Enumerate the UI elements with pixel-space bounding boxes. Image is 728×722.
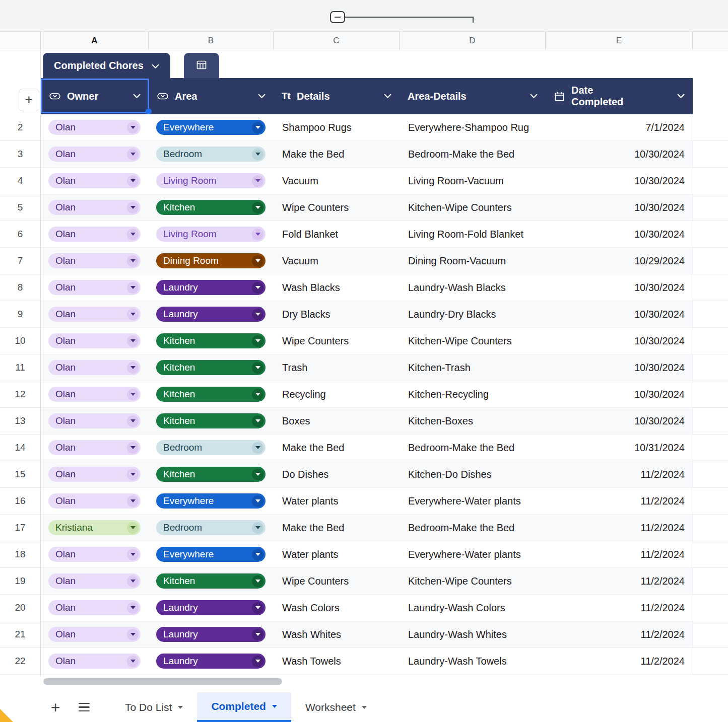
row-number[interactable]: 2 — [0, 114, 40, 141]
empty-cell[interactable] — [693, 274, 728, 301]
details-cell[interactable]: Wipe Counters — [274, 194, 400, 221]
owner-chip[interactable]: Olan — [48, 253, 141, 268]
empty-cell[interactable] — [693, 168, 728, 194]
row-number[interactable]: 13 — [0, 408, 40, 435]
sheet-tab-completed[interactable]: Completed — [197, 692, 291, 722]
details-cell[interactable]: Wipe Counters — [274, 328, 400, 354]
empty-cell[interactable] — [693, 568, 728, 595]
date-completed-cell[interactable]: 10/30/2024 — [546, 168, 693, 194]
chip-dropdown-icon[interactable] — [252, 175, 263, 187]
row-number[interactable]: 17 — [0, 515, 40, 541]
header-cell-area-details[interactable]: Area-Details — [400, 78, 546, 114]
date-completed-cell[interactable]: 10/30/2024 — [546, 408, 693, 434]
owner-chip[interactable]: Olan — [48, 654, 141, 669]
chip-dropdown-icon[interactable] — [252, 389, 263, 400]
empty-cell[interactable] — [693, 595, 728, 621]
column-letter-e[interactable]: E — [546, 32, 693, 50]
area-details-cell[interactable]: Kitchen-Wipe Counters — [400, 194, 546, 221]
owner-cell[interactable]: Olan — [41, 461, 149, 487]
area-chip[interactable]: Living Room — [156, 173, 266, 188]
area-cell[interactable]: Kitchen — [149, 408, 274, 434]
area-chip[interactable]: Kitchen — [156, 413, 266, 428]
details-cell[interactable]: Make the Bed — [274, 141, 400, 167]
chip-dropdown-icon[interactable] — [127, 389, 139, 400]
column-letter-b[interactable]: B — [149, 32, 274, 50]
area-details-cell[interactable]: Laundry-Wash Colors — [400, 595, 546, 621]
area-cell[interactable]: Bedroom — [149, 435, 274, 461]
empty-cell[interactable] — [693, 301, 728, 328]
owner-chip[interactable]: Olan — [48, 227, 141, 242]
area-chip[interactable]: Kitchen — [156, 467, 266, 482]
chip-dropdown-icon[interactable] — [127, 122, 139, 133]
chevron-down-icon[interactable] — [677, 94, 685, 99]
row-number[interactable]: 14 — [0, 435, 40, 461]
chip-dropdown-icon[interactable] — [127, 202, 139, 213]
area-details-cell[interactable]: Kitchen-Wipe Counters — [400, 568, 546, 594]
details-cell[interactable]: Dry Blacks — [274, 301, 400, 327]
area-cell[interactable]: Laundry — [149, 648, 274, 674]
area-chip[interactable]: Everywhere — [156, 493, 266, 509]
date-completed-cell[interactable]: 10/31/2024 — [546, 435, 693, 461]
row-number[interactable]: 18 — [0, 541, 40, 568]
chip-dropdown-icon[interactable] — [252, 549, 263, 560]
date-completed-cell[interactable]: 10/30/2024 — [546, 274, 693, 301]
details-cell[interactable]: Recycling — [274, 381, 400, 407]
date-completed-cell[interactable]: 10/30/2024 — [546, 194, 693, 221]
owner-chip[interactable]: Kristiana — [48, 520, 141, 535]
area-chip[interactable]: Kitchen — [156, 387, 266, 402]
chip-dropdown-icon[interactable] — [127, 602, 139, 614]
chip-dropdown-icon[interactable] — [252, 469, 263, 480]
chip-dropdown-icon[interactable] — [127, 522, 139, 534]
date-completed-cell[interactable]: 11/2/2024 — [546, 595, 693, 621]
slider-handle-icon[interactable] — [330, 11, 345, 23]
date-completed-cell[interactable]: 10/30/2024 — [546, 354, 693, 381]
add-sheet-button[interactable]: + — [44, 699, 67, 715]
empty-cell[interactable] — [693, 221, 728, 248]
details-cell[interactable]: Vacuum — [274, 248, 400, 274]
chip-dropdown-icon[interactable] — [127, 175, 139, 187]
chip-dropdown-icon[interactable] — [127, 309, 139, 320]
chip-dropdown-icon[interactable] — [127, 629, 139, 640]
row-number[interactable]: 12 — [0, 381, 40, 408]
details-cell[interactable]: Wash Colors — [274, 595, 400, 621]
owner-chip[interactable]: Olan — [48, 627, 141, 642]
details-cell[interactable]: Vacuum — [274, 168, 400, 194]
area-details-cell[interactable]: Kitchen-Recycling — [400, 381, 546, 407]
details-cell[interactable]: Boxes — [274, 408, 400, 434]
area-chip[interactable]: Living Room — [156, 227, 266, 242]
area-cell[interactable]: Everywhere — [149, 114, 274, 140]
area-chip[interactable]: Bedroom — [156, 147, 266, 162]
header-cell-date-completed[interactable]: Date Completed — [546, 78, 693, 114]
table-name-button[interactable]: Completed Chores — [43, 53, 170, 78]
owner-cell[interactable]: Olan — [41, 194, 149, 221]
chip-dropdown-icon[interactable] — [252, 202, 263, 213]
row-number[interactable]: 22 — [0, 648, 40, 675]
column-letter-c[interactable]: C — [274, 32, 400, 50]
area-details-cell[interactable]: Bedroom-Make the Bed — [400, 515, 546, 541]
details-cell[interactable]: Trash — [274, 354, 400, 381]
area-details-cell[interactable]: Bedroom-Make the Bed — [400, 141, 546, 167]
empty-cell[interactable] — [693, 194, 728, 221]
chip-dropdown-icon[interactable] — [252, 442, 263, 454]
chevron-down-icon[interactable] — [384, 94, 391, 99]
area-cell[interactable]: Laundry — [149, 274, 274, 301]
area-details-cell[interactable]: Dining Room-Vacuum — [400, 248, 546, 274]
details-cell[interactable]: Wash Blacks — [274, 274, 400, 301]
chip-dropdown-icon[interactable] — [127, 442, 139, 454]
date-completed-cell[interactable]: 10/30/2024 — [546, 221, 693, 247]
area-cell[interactable]: Bedroom — [149, 141, 274, 167]
area-chip[interactable]: Everywhere — [156, 120, 266, 135]
row-number[interactable]: 10 — [0, 328, 40, 354]
area-chip[interactable]: Kitchen — [156, 360, 266, 375]
chip-dropdown-icon[interactable] — [252, 522, 263, 534]
owner-cell[interactable]: Olan — [41, 568, 149, 594]
tab-dropdown-icon[interactable] — [178, 706, 183, 709]
owner-cell[interactable]: Olan — [41, 114, 149, 140]
empty-cell[interactable] — [693, 435, 728, 461]
corner-cell[interactable] — [0, 32, 41, 50]
area-details-cell[interactable]: Laundry-Wash Towels — [400, 648, 546, 674]
date-completed-cell[interactable]: 10/30/2024 — [546, 381, 693, 407]
empty-cell[interactable] — [693, 648, 728, 675]
details-cell[interactable]: Water plants — [274, 541, 400, 567]
row-number[interactable]: 5 — [0, 194, 40, 221]
